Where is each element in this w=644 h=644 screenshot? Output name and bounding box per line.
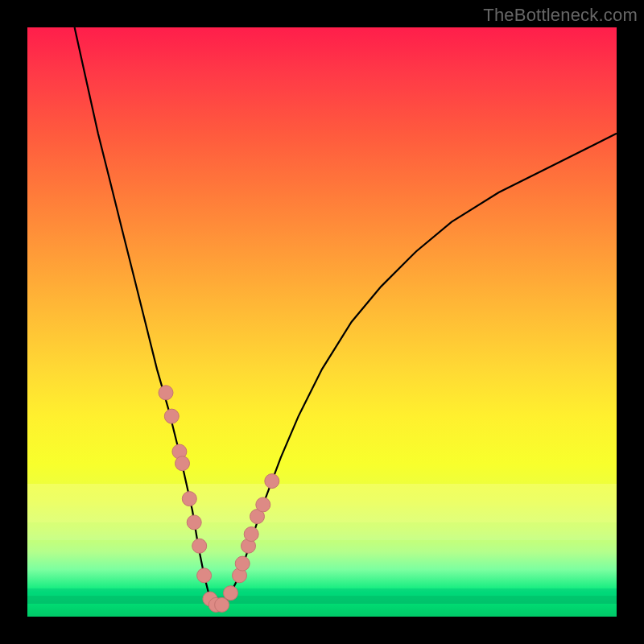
data-marker [192,539,207,553]
data-marker [235,556,250,571]
data-marker [244,527,258,542]
data-marker [197,568,212,583]
data-marker [256,497,270,512]
data-marker [164,409,179,423]
data-marker [159,386,173,400]
marker-group [159,386,279,613]
data-marker [265,474,279,489]
chart-svg [27,27,617,617]
plot-area [27,27,617,617]
data-marker [182,492,196,506]
watermark-text: TheBottleneck.com [483,5,638,26]
data-marker [175,456,190,471]
bottleneck-curve [75,27,617,605]
data-marker [215,597,229,612]
chart-container: TheBottleneck.com [0,0,644,644]
data-marker [187,515,201,530]
data-marker [224,586,238,601]
